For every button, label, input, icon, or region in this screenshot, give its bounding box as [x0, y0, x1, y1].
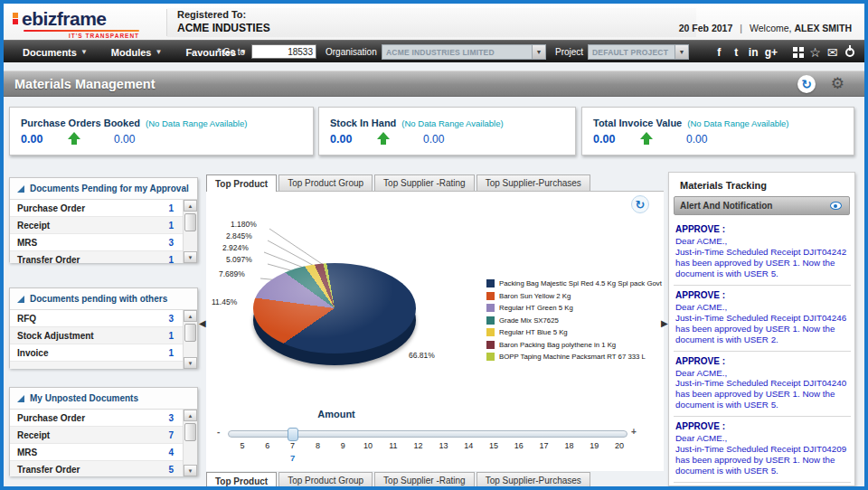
notification-item[interactable]: APPROVE :Dear ACME.,Just-in-Time Schedul…: [674, 220, 851, 286]
pending-doc-row[interactable]: MRS3: [10, 234, 183, 251]
pending-doc-row[interactable]: .: [10, 362, 183, 369]
collapse-right-panel-icon[interactable]: ▶: [661, 318, 668, 328]
alert-notification-header[interactable]: Alert And Notification: [674, 196, 850, 215]
slider-tick-label: 19: [590, 441, 599, 450]
kpi-secondary-value: 0.00: [114, 133, 135, 146]
tab-top-product[interactable]: Top Product: [206, 472, 277, 489]
tab-top-supplier-rating[interactable]: Top Supplier -Rating: [374, 472, 475, 488]
linkedin-icon[interactable]: in: [748, 44, 760, 60]
pending-doc-row[interactable]: Invoice1: [10, 344, 183, 362]
menu-label: Modules: [111, 47, 152, 58]
chevron-down-icon[interactable]: ▼: [675, 45, 688, 59]
scrollbar[interactable]: ▲▼: [183, 200, 197, 263]
menu-label: Documents: [23, 47, 77, 58]
twitter-icon[interactable]: t: [731, 44, 742, 60]
up-arrow-icon: [640, 132, 654, 146]
brand-tagline: IT'S TRANSPARENT: [69, 33, 139, 39]
notification-body: Just-in-Time Scheduled Receipt DJIT04209…: [675, 444, 849, 476]
mail-icon[interactable]: ✉: [826, 44, 838, 60]
tab-top-product[interactable]: Top Product: [206, 174, 277, 192]
main-menubar: Documents▼Modules▼Favourites▼ * Go to Or…: [4, 40, 864, 62]
scroll-up-icon[interactable]: ▲: [184, 200, 197, 212]
scroll-up-icon[interactable]: ▲: [184, 410, 197, 421]
kpi-secondary-value: 0.00: [686, 133, 707, 146]
project-label: Project: [555, 47, 583, 57]
scroll-down-icon[interactable]: ▼: [184, 357, 197, 369]
refresh-icon[interactable]: ↻: [797, 75, 816, 93]
kpi-title: Stock In Hand: [330, 118, 396, 128]
scrollbar-thumb[interactable]: [184, 324, 196, 342]
tab-top-product-group[interactable]: Top Product Group: [278, 174, 373, 191]
pending-doc-row[interactable]: Receipt1: [10, 217, 183, 234]
eye-icon[interactable]: [827, 199, 844, 213]
slider-decrement[interactable]: -: [217, 427, 220, 437]
notification-greeting: Dear ACME.,: [675, 368, 849, 379]
legend-item: Regular HT Green 5 Kg: [486, 302, 662, 315]
pending-doc-row[interactable]: Receipt7: [10, 427, 183, 444]
organisation-select[interactable]: ACME INDUSTRIES LIMITED ▼: [382, 44, 546, 60]
power-icon[interactable]: [844, 44, 855, 60]
pending-doc-row[interactable]: MRS4: [10, 444, 183, 461]
tab-top-product-group[interactable]: Top Product Group: [278, 472, 373, 488]
left-panel: Documents pending with othersRFQ3Stock A…: [9, 287, 198, 368]
facebook-icon[interactable]: f: [713, 44, 725, 60]
panel-title: My Unposted Documents: [30, 393, 138, 403]
project-select[interactable]: DEFAULT PROJECT ▼: [588, 44, 689, 60]
chart-refresh-icon[interactable]: ↻: [631, 195, 649, 213]
scroll-down-icon[interactable]: ▼: [184, 465, 197, 476]
pending-doc-row[interactable]: RFQ3: [10, 310, 183, 327]
pie-chart[interactable]: [253, 263, 416, 353]
panel-icon: [17, 296, 24, 303]
scrollbar-thumb[interactable]: [184, 213, 196, 231]
slider-increment[interactable]: +: [631, 427, 637, 437]
user-name: ALEX SMITH: [794, 23, 852, 33]
slider-ticks: 567891011121314151617181920: [206, 441, 664, 452]
goto-input[interactable]: [251, 44, 316, 59]
pending-doc-row[interactable]: Transfer Order5: [10, 461, 183, 476]
slider-handle[interactable]: [288, 428, 298, 441]
kpi-row: Purchase Orders Booked(No Data Range Ava…: [0, 107, 868, 155]
tab-top-supplier-rating[interactable]: Top Supplier -Rating: [374, 174, 475, 191]
top-tabbar: Top ProductTop Product GroupTop Supplier…: [206, 174, 664, 192]
menu-documents[interactable]: Documents▼: [11, 41, 99, 63]
googleplus-icon[interactable]: g+: [765, 44, 778, 60]
tab-top-supplier-purchases[interactable]: Top Supplier-Purchases: [476, 472, 590, 488]
scrollbar[interactable]: ▲▼: [183, 310, 197, 369]
notification-body: Just-in-Time Scheduled Receipt DJIT04240…: [675, 378, 849, 410]
scrollbar-thumb[interactable]: [184, 423, 196, 441]
slider-tick-label: 14: [464, 441, 473, 450]
chevron-down-icon[interactable]: ▼: [532, 45, 545, 59]
kpi-value: 0.00: [21, 133, 68, 146]
pending-doc-row[interactable]: Purchase Order1: [10, 200, 183, 217]
materials-tracking-panel: Materials Tracking Alert And Notificatio…: [668, 172, 855, 486]
legend-swatch: [486, 328, 495, 336]
legend-item: Baron Sun Yellow 2 Kg: [486, 290, 662, 303]
notification-item[interactable]: APPROVE :Dear ACME.,Just-in-Time Schedul…: [674, 286, 851, 352]
pie-slice-label: 7.689%: [219, 269, 245, 278]
kpi-card: Purchase Orders Booked(No Data Range Ava…: [9, 107, 314, 155]
slider-tick-label: 11: [389, 441, 397, 450]
app-window: ebizframe IT'S TRANSPARENT Registered To…: [0, 0, 868, 490]
tab-top-supplier-purchases[interactable]: Top Supplier-Purchases: [476, 174, 590, 191]
menu-modules[interactable]: Modules▼: [99, 41, 175, 63]
apps-icon[interactable]: [792, 44, 804, 60]
panel-icon: [17, 185, 24, 193]
scroll-up-icon[interactable]: ▲: [184, 310, 197, 322]
scroll-down-icon[interactable]: ▼: [184, 251, 197, 263]
scrollbar[interactable]: ▲▼: [183, 410, 197, 476]
slider-tick-label: 6: [265, 441, 269, 450]
gear-icon[interactable]: ⚙: [831, 74, 844, 92]
pending-doc-row[interactable]: Purchase Order3: [10, 410, 183, 427]
notification-item[interactable]: APPROVE :Dear ACME.,Just-in-Time Schedul…: [674, 352, 851, 418]
favourites-star-icon[interactable]: ☆: [809, 44, 821, 60]
notification-item[interactable]: APPROVE :Dear ACME.,Just-in-Time Schedul…: [674, 417, 851, 483]
slider-tick-label: 8: [316, 441, 320, 450]
brand-name: ebizframe: [22, 8, 107, 30]
pending-doc-row[interactable]: Stock Adjustment1: [10, 327, 183, 344]
chart-area: ↻ 66.81%11.45%7.689%5.097%2.924%2.845%1.…: [206, 192, 664, 471]
pending-doc-row[interactable]: Transfer Order1: [10, 251, 183, 263]
slider-tick-label: 12: [414, 441, 423, 450]
page-title-bar: Materials Management ↻ ⚙: [4, 71, 864, 97]
panel-title: Documents pending with others: [30, 294, 167, 304]
collapse-left-panel-icon[interactable]: ◀: [199, 318, 206, 328]
